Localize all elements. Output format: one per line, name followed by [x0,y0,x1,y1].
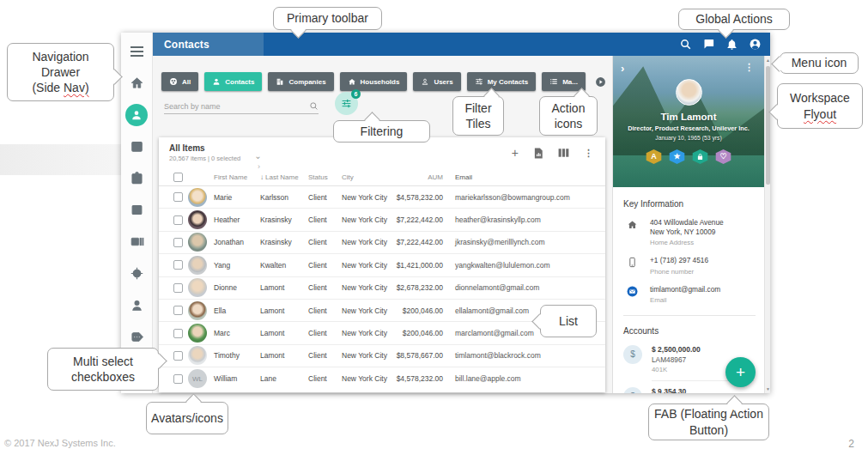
search-input[interactable] [164,102,309,111]
contact-name: Tim Lamont [661,112,717,122]
tile-contacts[interactable]: Contacts [204,72,262,91]
scrollbar-thumb[interactable] [766,66,770,185]
list-selector-chevron-icon[interactable]: ⌄ [254,151,261,161]
tile-label: All [182,78,191,86]
app-window: $ Contacts All Contacts [121,33,770,393]
callout-avatars: Avatars/icons [146,402,228,434]
email-item[interactable]: timlamont@gmail.com Email [623,285,764,304]
svg-text:$: $ [135,207,138,214]
row-checkbox[interactable] [173,260,183,270]
avatar [188,256,207,275]
fab-button[interactable]: + [725,357,756,387]
notifications-icon[interactable] [725,38,738,51]
address-item[interactable]: 404 Willowdale Avenue New York, NY 10009… [623,218,764,246]
table-row[interactable]: MarieKarlsson ClientNew York City $4,578… [159,186,605,209]
row-checkbox[interactable] [173,306,183,315]
row-checkbox[interactable] [173,374,183,384]
callout-navigation-drawer: Navigation Drawer (Side Nav) [7,43,114,101]
tile-label: Ma... [562,78,578,86]
row-checkbox[interactable] [173,329,183,338]
tile-companies[interactable]: Companies [268,72,333,91]
a-badge-icon[interactable]: A [646,149,663,164]
briefcase-icon[interactable] [121,162,152,194]
column-city[interactable]: City [342,173,393,181]
navigation-drawer: $ [121,33,153,393]
row-checkbox[interactable] [173,238,183,247]
tile-label: Contacts [225,78,254,86]
flyout-menu-icon[interactable]: ⋮ [744,62,754,73]
tile-all[interactable]: All [161,72,198,91]
copyright-footer: © 2017 NexJ Systems Inc. [4,438,116,448]
column-first-name[interactable]: First Name [214,173,260,181]
chat-icon[interactable] [702,38,715,51]
export-icon[interactable] [533,148,543,159]
badge-row: A ★ ♡ [646,149,732,164]
hamburger-menu-icon[interactable] [121,35,152,67]
avatar [188,346,207,365]
table-row[interactable]: JonathanKrasinsky ClientNew York City $7… [159,232,605,254]
star-badge-icon[interactable]: ★ [669,149,686,164]
row-checkbox[interactable] [173,351,183,361]
select-all-checkbox[interactable] [173,173,183,182]
calendar-icon[interactable] [121,130,152,162]
callout-filter-tiles: Filter Tiles [452,96,504,136]
toolbar-title-segment: Contacts [153,33,264,56]
person-outline-icon[interactable] [121,289,152,321]
flyout-scrollbar[interactable]: ▲ ▼ [764,56,770,393]
list-subtitle: 20,567 items | 0 selected [169,155,240,162]
column-status[interactable]: Status [308,173,342,181]
list-icon [549,77,558,86]
home-icon[interactable] [121,67,152,99]
callout-primary-toolbar: Primary toolbar [273,7,382,30]
lock-badge-icon[interactable] [692,149,709,164]
row-checkbox[interactable] [173,215,183,225]
contacts-icon [125,104,148,126]
tile-label: Users [434,78,452,86]
building-icon [276,77,284,86]
heart-badge-icon[interactable]: ♡ [715,149,732,164]
account-item[interactable]: $ $ 9,354.30 45190035129 Chequing [623,387,764,393]
tile-marketing-truncated[interactable]: Ma... [542,72,586,91]
contact-hero-image: › ⋮ Tim Lamont Director, Product Researc… [613,56,764,187]
scroll-up-arrow-icon[interactable]: ▲ [765,58,771,63]
tile-households[interactable]: Households [340,72,408,91]
table-row[interactable]: DionneLamont ClientNew York City $2,678,… [159,277,605,300]
more-icon[interactable]: ⋮ [584,148,593,159]
person-icon [212,77,221,86]
list-title-block: All Items 20,567 items | 0 selected [169,143,240,162]
home-icon [623,218,640,246]
tile-my-contacts[interactable]: My Contacts [467,72,537,91]
list-expand-arrow-icon[interactable]: › [258,162,260,171]
table-row[interactable]: WL WilliamLane ClientNew York City $4,57… [159,367,605,390]
column-last-name[interactable]: ↓Last Name [260,173,308,181]
scroll-down-arrow-icon[interactable]: ▼ [765,386,771,391]
search-icon[interactable] [679,38,692,51]
avatar [188,324,207,343]
filter-chip[interactable]: 6 [335,92,358,115]
collapse-chevron-icon[interactable]: › [621,63,624,74]
tile-users[interactable]: Users [413,72,460,91]
callout-global-actions: Global Actions [678,9,790,30]
play-circle-icon[interactable] [595,76,606,88]
add-icon[interactable]: + [512,147,519,159]
table-row[interactable]: HeatherKrasinsky ClientNew York City $7,… [159,209,605,231]
table-row[interactable]: TimothyLamont ClientNew York City $8,578… [159,345,605,367]
column-aum[interactable]: AUM [393,173,445,181]
row-checkbox[interactable] [173,283,183,293]
user-outline-icon [421,77,429,86]
table-row[interactable]: YangKwalten ClientNew York City $1,421,0… [159,254,605,276]
billing-icon[interactable]: $ [121,194,152,226]
row-checkbox[interactable] [173,192,183,202]
avatar-initials: WL [188,369,207,388]
target-icon[interactable] [121,258,152,289]
column-email[interactable]: Email [445,173,600,181]
search-icon[interactable] [309,101,319,111]
contact-avatar[interactable] [676,79,702,106]
phone-item[interactable]: +1 (718) 297 4516 Phone number [623,256,764,275]
contacts-nav-active[interactable] [121,99,152,130]
contact-card-icon[interactable] [121,226,152,258]
sliders-icon [475,77,483,86]
global-actions [679,38,770,51]
columns-icon[interactable] [558,148,569,158]
account-icon[interactable] [749,38,762,51]
